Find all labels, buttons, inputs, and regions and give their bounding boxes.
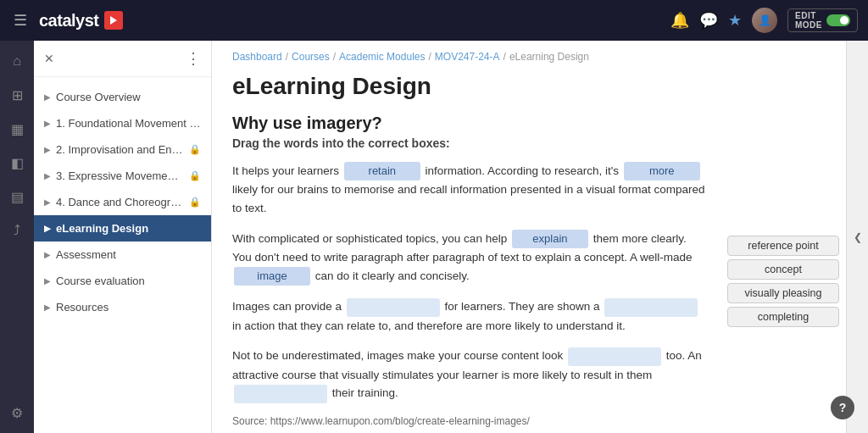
sidebar-more-icon[interactable]: ⋮ xyxy=(186,49,201,68)
sidebar-label: eLearning Design xyxy=(56,222,201,235)
main-layout: ⌂ ⊞ ▦ ◧ ▤ ⤴ ⚙ ✕ ⋮ ▶ Course Overview ▶ 1.… xyxy=(0,41,868,433)
lesson-content: Why use imagery? Drag the words into the… xyxy=(212,114,727,433)
hamburger-icon[interactable]: ☰ xyxy=(10,8,31,33)
word-chip-visually-pleasing[interactable]: visually pleasing xyxy=(727,283,839,303)
nav-grid-icon[interactable]: ⊞ xyxy=(3,81,31,108)
drop-slot-concept[interactable]: ​ xyxy=(604,298,698,317)
drop-slot-explain[interactable]: explain xyxy=(512,230,588,248)
sidebar-item-expressive[interactable]: ▶ 3. Expressive Movemen… 🔒 xyxy=(34,163,211,189)
sidebar-item-elearning[interactable]: ▶ eLearning Design xyxy=(34,215,211,241)
chevron-icon: ▶ xyxy=(44,250,51,259)
avatar[interactable]: 👤 xyxy=(752,8,777,33)
drop-slot-visually-pleasing[interactable]: ​ xyxy=(568,347,661,366)
sidebar-label: 4. Dance and Choreogr… xyxy=(56,196,184,208)
section-title: Why use imagery? xyxy=(232,114,707,133)
sidebar-item-resources[interactable]: ▶ Resources xyxy=(34,294,211,320)
breadcrumb: Dashboard / Courses / Academic Modules /… xyxy=(212,41,727,68)
lock-icon: 🔒 xyxy=(189,197,201,208)
nav-inbox-icon[interactable]: ▤ xyxy=(3,183,31,210)
sidebar-label: 1. Foundational Movement … xyxy=(56,117,201,130)
sidebar-label: 3. Expressive Movemen… xyxy=(56,169,184,182)
content-wrapper: Dashboard / Courses / Academic Modules /… xyxy=(212,41,868,433)
nav-calendar-icon[interactable]: ▦ xyxy=(3,115,31,142)
paragraph-1: It helps your learners retain informatio… xyxy=(232,162,707,218)
source-text: Source: https://www.learnupon.com/blog/c… xyxy=(232,415,707,427)
breadcrumb-module-id[interactable]: MOV247-24-A xyxy=(435,51,500,63)
right-panel-toggle[interactable]: ❮ xyxy=(846,41,868,433)
chevron-left-icon: ❮ xyxy=(854,231,862,243)
drag-instruction: Drag the words into the correct boxes: xyxy=(232,136,707,150)
sidebar-item-improvisation[interactable]: ▶ 2. Improvisation and En… 🔒 xyxy=(34,136,211,163)
sidebar-item-course-evaluation[interactable]: ▶ Course evaluation xyxy=(34,268,211,294)
nav-share-icon[interactable]: ⤴ xyxy=(3,217,31,244)
chevron-icon: ▶ xyxy=(44,92,51,102)
sidebar-nav: ▶ Course Overview ▶ 1. Foundational Move… xyxy=(34,77,211,327)
notification-icon[interactable]: 🔔 xyxy=(670,11,689,30)
sidebar-item-foundational[interactable]: ▶ 1. Foundational Movement … xyxy=(34,110,211,136)
logo-icon xyxy=(104,11,123,30)
chat-icon[interactable]: 💬 xyxy=(699,11,718,30)
breadcrumb-current: eLearning Design xyxy=(509,51,589,63)
chevron-icon: ▶ xyxy=(44,197,51,207)
sidebar-header: ✕ ⋮ xyxy=(34,41,211,77)
breadcrumb-dashboard[interactable]: Dashboard xyxy=(232,51,282,63)
paragraph-4: Not to be underestimated, images make yo… xyxy=(232,347,707,402)
sidebar-label: 2. Improvisation and En… xyxy=(56,143,184,156)
edit-mode-badge[interactable]: EDITMODE xyxy=(787,8,858,32)
drop-slot-image[interactable]: image xyxy=(234,267,310,286)
content-area: Dashboard / Courses / Academic Modules /… xyxy=(212,41,727,433)
nav-layers-icon[interactable]: ◧ xyxy=(3,149,31,176)
chevron-icon: ▶ xyxy=(44,303,51,312)
chevron-icon: ▶ xyxy=(44,276,51,286)
drop-slot-completing[interactable]: ​ xyxy=(234,385,327,403)
avatar-initials: 👤 xyxy=(752,8,777,33)
sidebar-item-assessment[interactable]: ▶ Assessment xyxy=(34,241,211,268)
icon-bar: ⌂ ⊞ ▦ ◧ ▤ ⤴ ⚙ xyxy=(0,41,34,433)
star-icon[interactable]: ★ xyxy=(728,11,742,30)
breadcrumb-courses[interactable]: Courses xyxy=(292,51,330,63)
chevron-icon: ▶ xyxy=(44,171,51,180)
sidebar-label: Assessment xyxy=(56,248,201,261)
help-button[interactable]: ? xyxy=(831,396,854,419)
sidebar-item-course-overview[interactable]: ▶ Course Overview xyxy=(34,84,211,110)
drop-slot-reference-point[interactable]: ​ xyxy=(347,298,440,317)
edit-mode-toggle[interactable] xyxy=(826,14,850,26)
app-name: catalyst xyxy=(39,11,99,31)
word-chip-reference-point[interactable]: reference point xyxy=(727,236,839,256)
sidebar-label: Resources xyxy=(56,301,201,314)
edit-mode-label: EDITMODE xyxy=(795,11,822,30)
sidebar: ✕ ⋮ ▶ Course Overview ▶ 1. Foundational … xyxy=(34,41,212,433)
sidebar-label: Course Overview xyxy=(56,91,201,103)
nav-settings-icon[interactable]: ⚙ xyxy=(3,399,31,426)
nav-home-icon[interactable]: ⌂ xyxy=(3,47,31,75)
word-chip-completing[interactable]: completing xyxy=(727,307,839,327)
chevron-icon: ▶ xyxy=(44,145,51,154)
sidebar-item-dance[interactable]: ▶ 4. Dance and Choreogr… 🔒 xyxy=(34,189,211,215)
breadcrumb-academic-modules[interactable]: Academic Modules xyxy=(339,51,425,63)
sidebar-close-icon[interactable]: ✕ xyxy=(44,52,54,65)
chevron-icon: ▶ xyxy=(44,224,51,233)
paragraph-3: Images can provide a ​ for learners. The… xyxy=(232,297,707,335)
word-chip-concept[interactable]: concept xyxy=(727,259,839,280)
app-logo: catalyst xyxy=(39,11,123,31)
drop-slot-more[interactable]: more xyxy=(624,162,700,180)
paragraph-2: With complicated or sophisticated topics… xyxy=(232,230,707,286)
svg-marker-0 xyxy=(110,16,117,25)
drop-slot-retain[interactable]: retain xyxy=(344,162,420,180)
topbar: ☰ catalyst 🔔 💬 ★ 👤 EDITMODE xyxy=(0,0,868,41)
sidebar-label: Course evaluation xyxy=(56,275,201,287)
lock-icon: 🔒 xyxy=(189,144,201,155)
chevron-icon: ▶ xyxy=(44,119,51,128)
topbar-actions: 🔔 💬 ★ 👤 EDITMODE xyxy=(670,8,858,33)
lock-icon: 🔒 xyxy=(189,170,201,181)
word-bank-panel: reference point concept visually pleasin… xyxy=(727,41,846,433)
page-title: eLearning Design xyxy=(212,68,727,114)
